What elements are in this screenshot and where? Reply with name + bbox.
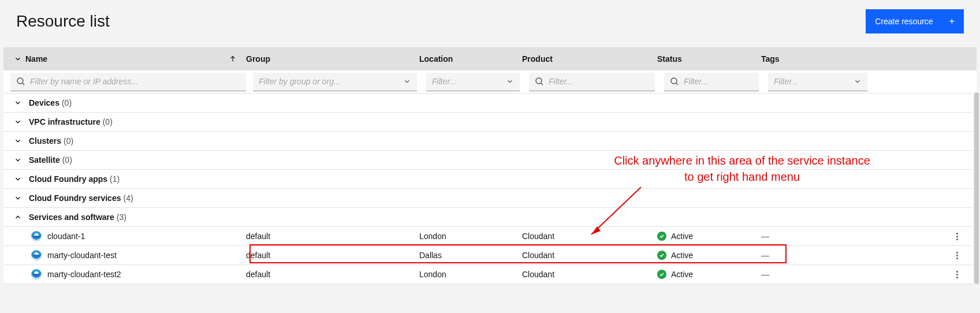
category-services-software[interactable]: Services and software (3) [3,208,977,227]
resource-location: London [419,232,522,241]
chevron-down-icon [14,118,22,126]
category-devices[interactable]: Devices (0) [3,94,977,113]
col-header-name[interactable]: Name [25,54,47,64]
svg-point-0 [17,78,23,84]
filter-product-input[interactable] [549,77,649,86]
chevron-down-icon [14,175,22,183]
column-header-row: Name Group Location Product Status Tags [3,47,977,70]
cloudant-icon [31,250,42,260]
resource-tags: — [761,251,871,260]
search-icon [670,77,679,86]
col-header-location[interactable]: Location [419,54,453,64]
resource-status: Active [671,270,693,279]
status-active-icon [657,270,666,279]
status-active-icon [657,251,666,260]
category-count: (0) [62,155,72,165]
plus-icon: + [949,16,955,27]
filter-name-input[interactable] [30,77,240,86]
filter-tags[interactable]: Filter... [768,73,867,91]
category-count: (1) [110,174,120,184]
category-clusters[interactable]: Clusters (0) [3,132,977,151]
resource-location: London [419,270,522,279]
category-label: Cloud Foundry apps [29,174,107,184]
create-resource-label: Create resource [875,17,933,26]
category-count: (3) [117,213,126,222]
category-label: Services and software [29,213,114,222]
category-label: Satellite [29,155,60,165]
resource-group: default [246,232,419,241]
category-count: (0) [103,117,113,126]
col-header-group[interactable]: Group [246,54,270,64]
resource-product: Cloudant [522,232,657,241]
filter-location[interactable]: Filter... [426,73,520,91]
category-vpc[interactable]: VPC infrastructure (0) [3,113,977,132]
resource-location: Dallas [419,251,522,260]
chevron-down-icon [403,77,411,85]
chevron-down-icon [506,77,514,85]
chevron-down-icon [14,137,22,145]
category-cf-services[interactable]: Cloud Foundry services (4) [3,189,977,208]
cloudant-icon [31,269,42,280]
cloudant-icon [31,231,42,241]
filter-product[interactable] [529,73,655,91]
filter-group-placeholder: Filter by group or org... [259,77,341,86]
row-actions-menu[interactable] [953,229,962,244]
resource-row[interactable]: marty-cloudant-test default Dallas Cloud… [3,246,977,265]
resource-group: default [246,270,419,279]
row-actions-menu[interactable] [953,248,962,263]
create-resource-button[interactable]: Create resource + [866,9,964,33]
filter-row: Filter by group or org... Filter... Filt… [3,70,977,94]
page-title: Resource list [16,12,110,31]
svg-point-1 [536,78,542,84]
vertical-scrollbar[interactable] [973,92,980,284]
search-icon [535,77,544,86]
category-count: (4) [123,193,133,203]
row-actions-menu[interactable] [953,267,962,282]
category-count: (0) [62,98,72,107]
chevron-down-icon [854,77,862,85]
col-header-product[interactable]: Product [522,54,553,64]
resource-row[interactable]: cloudant-1 default London Cloudant Activ… [3,227,977,246]
resource-name: cloudant-1 [47,232,85,241]
resource-tags: — [761,270,871,279]
resource-row[interactable]: marty-cloudant-test2 default London Clou… [3,265,977,284]
chevron-down-icon [14,156,22,164]
filter-name[interactable] [10,73,246,91]
resource-status: Active [671,232,693,241]
search-icon [16,77,25,86]
col-header-status[interactable]: Status [657,54,682,64]
svg-point-2 [671,78,677,84]
category-label: VPC infrastructure [29,117,100,126]
filter-group[interactable]: Filter by group or org... [253,73,417,91]
resource-product: Cloudant [522,251,657,260]
sort-ascending-icon[interactable] [229,55,237,63]
chevron-down-icon[interactable] [14,55,22,63]
filter-tags-placeholder: Filter... [774,77,798,86]
filter-location-placeholder: Filter... [432,77,456,86]
category-label: Cloud Foundry services [29,193,121,203]
category-label: Clusters [29,136,61,146]
resource-group: default [246,251,419,260]
filter-status-input[interactable] [684,77,753,86]
col-header-tags[interactable]: Tags [761,54,780,64]
chevron-down-icon [14,194,22,202]
resource-product: Cloudant [522,270,657,279]
chevron-down-icon [14,99,22,107]
status-active-icon [657,232,666,241]
category-label: Devices [29,98,59,107]
annotation-text: Click anywhere in this area of the servi… [595,152,889,185]
resource-name: marty-cloudant-test [47,251,117,260]
resource-status: Active [671,251,693,260]
category-count: (0) [64,136,73,146]
filter-status[interactable] [664,73,759,91]
chevron-up-icon [14,213,22,221]
resource-name: marty-cloudant-test2 [47,270,121,279]
resource-tags: — [761,232,871,241]
